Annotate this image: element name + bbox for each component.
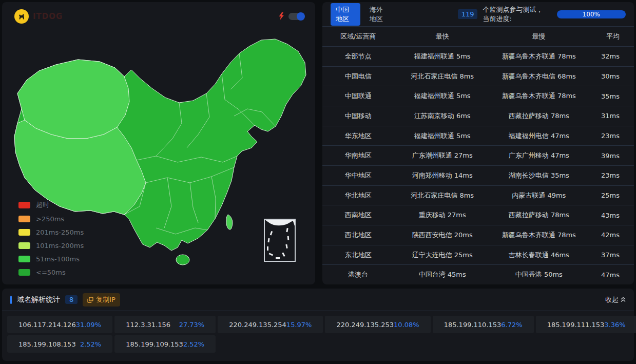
table-row: 全部节点 福建福州联通 5ms 新疆乌鲁木齐联通 78ms 32ms <box>322 47 634 67</box>
copy-ip-label: 复制IP <box>96 295 115 304</box>
slowest-cell: 中国香港 50ms <box>491 270 587 279</box>
fastest-cell: 江苏南京移动 6ms <box>394 111 491 121</box>
col-region: 区域/运营商 <box>322 32 394 41</box>
table-row: 华南地区 广东潮州联通 27ms 广东广州移动 47ms 39ms <box>322 146 634 166</box>
ip-chip[interactable]: 185.199.109.153 2.52% <box>114 335 216 353</box>
ip-chip[interactable]: 220.249.135.253 10.08% <box>325 316 430 333</box>
legend-swatch-gt250 <box>18 216 30 222</box>
slowest-cell: 西藏拉萨移动 78ms <box>491 210 587 220</box>
ip-address: 185.199.108.153 <box>18 340 76 348</box>
china-latency-map-panel: ITDOG 超时 >250ms 201ms-250ms 101ms-200ms … <box>2 2 315 284</box>
ip-percent: 31.09% <box>76 321 102 329</box>
region-cell: 华东地区 <box>322 131 394 141</box>
region-cell: 中国移动 <box>322 111 394 121</box>
table-row: 中国移动 江苏南京移动 6ms 西藏拉萨移动 78ms 31ms <box>322 106 634 126</box>
map-mode-toggle[interactable] <box>288 13 304 20</box>
avg-cell: 39ms <box>587 152 634 160</box>
monitor-count-badge: 119 <box>458 9 478 19</box>
ip-address: 220.249.135.254 <box>229 321 286 329</box>
ip-address: 220.249.135.253 <box>336 321 394 329</box>
ip-count-badge: 8 <box>65 295 78 304</box>
slowest-cell: 广东广州移动 47ms <box>491 151 587 160</box>
ip-percent: 15.97% <box>286 321 312 329</box>
table-row: 华北地区 河北石家庄电信 8ms 内蒙古联通 49ms 25ms <box>322 186 634 206</box>
region-cell: 中国电信 <box>322 72 394 81</box>
fastest-cell: 河南郑州移动 14ms <box>394 171 491 180</box>
region-cell: 华中地区 <box>322 171 394 180</box>
ip-chip[interactable]: 220.249.135.254 15.97% <box>218 316 323 333</box>
map-hainan-island <box>176 255 189 265</box>
fastest-cell: 中国台湾 45ms <box>394 270 491 279</box>
table-row: 华中地区 河南郑州移动 14ms 湖南长沙电信 35ms 23ms <box>322 166 634 186</box>
progress-bar: 100% <box>557 10 626 18</box>
legend-swatch-201-250 <box>18 229 30 236</box>
fastest-cell: 广东潮州联通 27ms <box>394 151 491 160</box>
tab-china-region[interactable]: 中国地区 <box>331 3 360 26</box>
ip-chip[interactable]: 106.117.214.126 31.09% <box>7 316 112 333</box>
region-cell: 港澳台 <box>322 270 394 279</box>
fastest-cell: 陕西西安电信 20ms <box>394 231 491 240</box>
ip-chip[interactable]: 185.199.111.153 3.36% <box>536 316 636 333</box>
fastest-cell: 辽宁大连电信 25ms <box>394 251 491 260</box>
table-row: 华东地区 福建福州联通 5ms 福建福州电信 47ms 23ms <box>322 126 634 146</box>
site-logo[interactable]: ITDOG <box>14 9 63 24</box>
legend-item: 51ms-100ms <box>18 255 84 263</box>
legend-swatch-101-200 <box>18 242 30 249</box>
avg-cell: 31ms <box>587 112 634 120</box>
ip-address: 185.199.110.153 <box>444 321 502 329</box>
latency-results-panel: 中国地区 海外地区 119 个监测点参与测试，当前进度: 100% 区域/运营商… <box>322 2 634 284</box>
south-china-sea-inset <box>264 219 296 262</box>
avg-cell: 37ms <box>587 251 634 259</box>
region-cell: 全部节点 <box>322 52 394 61</box>
slowest-cell: 新疆乌鲁木齐联通 78ms <box>491 231 587 240</box>
ip-chip-list: 106.117.214.126 31.09% 112.3.31.156 27.7… <box>2 311 634 357</box>
legend-item: <=50ms <box>18 269 84 276</box>
col-average: 平均 <box>587 32 634 41</box>
ip-address: 112.3.31.156 <box>126 321 170 329</box>
avg-cell: 42ms <box>587 231 634 239</box>
table-row: 东北地区 辽宁大连电信 25ms 吉林长春联通 46ms 37ms <box>322 245 634 265</box>
slowest-cell: 新疆乌鲁木齐联通 78ms <box>491 91 587 101</box>
col-slowest: 最慢 <box>491 32 587 41</box>
copy-ip-button[interactable]: 复制IP <box>83 293 120 306</box>
map-taiwan-island <box>226 215 233 229</box>
ip-address: 106.117.214.126 <box>18 321 76 329</box>
dns-resolution-panel: 域名解析统计 8 复制IP 收起 106.117.214.126 31.09% … <box>2 289 634 361</box>
fastest-cell: 重庆移动 27ms <box>394 210 491 220</box>
progress-label: 100% <box>583 11 600 18</box>
copy-icon <box>87 297 93 303</box>
avg-cell: 35ms <box>587 92 634 100</box>
title-accent-bar <box>10 296 12 304</box>
avg-cell: 25ms <box>587 191 634 199</box>
legend-item: 超时 <box>18 200 84 209</box>
region-cell: 西北地区 <box>322 231 394 240</box>
table-header-row: 区域/运营商 最快 最慢 平均 <box>322 27 634 47</box>
ip-percent: 3.36% <box>604 321 625 329</box>
monitor-note: 个监测点参与测试，当前进度: <box>483 5 547 24</box>
ip-chip[interactable]: 185.199.110.153 6.72% <box>433 316 534 333</box>
lightning-bolt-icon <box>279 12 284 20</box>
fastest-cell: 福建福州联通 5ms <box>394 131 491 141</box>
toggle-knob <box>297 12 305 21</box>
collapse-button[interactable]: 收起 <box>605 295 626 304</box>
fastest-cell: 河北石家庄电信 8ms <box>394 191 491 200</box>
logo-text: ITDOG <box>33 12 63 21</box>
map-xinjiang-region <box>17 60 129 139</box>
legend-swatch-51-100 <box>18 256 30 262</box>
region-cell: 东北地区 <box>322 251 394 260</box>
avg-cell: 30ms <box>587 72 634 80</box>
dns-panel-title: 域名解析统计 <box>17 295 60 304</box>
ip-percent: 6.72% <box>501 321 522 329</box>
ip-chip[interactable]: 112.3.31.156 27.73% <box>114 316 216 333</box>
legend-swatch-timeout <box>18 202 30 208</box>
region-cell: 西南地区 <box>322 210 394 220</box>
slowest-cell: 内蒙古联通 49ms <box>491 191 587 200</box>
slowest-cell: 西藏拉萨移动 78ms <box>491 111 587 121</box>
ip-chip[interactable]: 185.199.108.153 2.52% <box>7 335 112 353</box>
table-row: 西南地区 重庆移动 27ms 西藏拉萨移动 78ms 43ms <box>322 205 634 225</box>
results-header: 中国地区 海外地区 119 个监测点参与测试，当前进度: 100% <box>322 2 634 27</box>
itdog-logo-icon <box>14 9 29 24</box>
collapse-label: 收起 <box>605 295 619 304</box>
tab-overseas-region[interactable]: 海外地区 <box>365 3 393 26</box>
table-row: 中国联通 福建福州联通 5ms 新疆乌鲁木齐联通 78ms 35ms <box>322 86 634 106</box>
